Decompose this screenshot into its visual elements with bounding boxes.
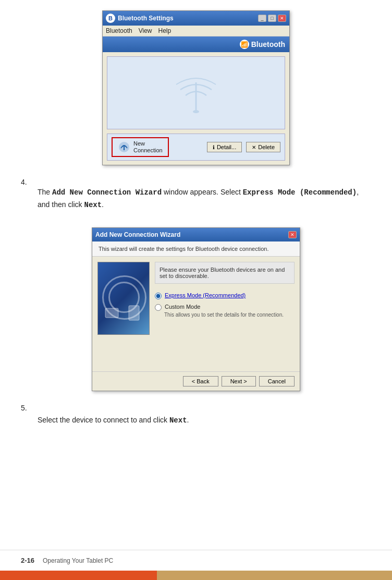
bt-menubar: Bluetooth View Help — [103, 26, 289, 37]
custom-mode-desc: This allows you to set the details for t… — [164, 312, 295, 318]
wizard-image — [97, 262, 150, 335]
new-connection-label: New Connection — [133, 140, 163, 154]
back-button[interactable]: < Back — [183, 376, 218, 386]
step4-bold2: Express Mode (Recommended) — [243, 188, 357, 197]
bt-window-title: Bluetooth Settings — [118, 15, 174, 22]
custom-mode-row: Custom Mode — [155, 304, 295, 311]
page-content: B Bluetooth Settings _ □ ✕ Bluetooth Vie… — [0, 0, 392, 550]
svg-rect-5 — [129, 306, 139, 320]
wizard-footer: < Back Next > Cancel — [92, 371, 300, 391]
wizard-body: Please ensure your Bluetooth devices are… — [92, 257, 300, 371]
step5-text-before: Select the device to connect to and clic… — [38, 416, 169, 424]
step5-text: Select the device to connect to and clic… — [38, 414, 189, 426]
step4-bold3: Next — [84, 201, 102, 209]
step4-text: The Add New Connection Wizard window app… — [38, 186, 371, 211]
step4-number: 4. — [21, 178, 31, 186]
bt-titlebar-controls: _ □ ✕ — [258, 15, 286, 22]
device-icon-svg — [103, 303, 144, 324]
wizard-title: Add New Connection Wizard — [95, 231, 180, 238]
cancel-button[interactable]: Cancel — [259, 376, 295, 386]
page-wrapper: B Bluetooth Settings _ □ ✕ Bluetooth Vie… — [0, 0, 392, 580]
express-mode-option: Express Mode (Recommended) — [155, 292, 295, 299]
svg-point-1 — [193, 110, 199, 113]
footer-bar — [0, 571, 392, 580]
delete-button[interactable]: ✕ Delete — [246, 142, 280, 152]
maximize-button[interactable]: □ — [268, 15, 276, 22]
step4-row: 4. The Add New Connection Wizard window … — [21, 178, 371, 219]
delete-icon: ✕ — [252, 144, 256, 150]
detail-button[interactable]: ℹ Detail... — [207, 142, 242, 152]
bt-brand-icon: 📶 — [240, 40, 249, 49]
menu-view[interactable]: View — [139, 27, 152, 34]
custom-mode-radio[interactable] — [155, 304, 162, 311]
bt-bottom-bar: New Connection ℹ Detail... ✕ Delete — [107, 134, 285, 161]
bt-titlebar: B Bluetooth Settings _ □ ✕ — [103, 11, 289, 26]
new-connection-icon — [118, 141, 130, 153]
wizard-titlebar: Add New Connection Wizard ✕ — [92, 228, 300, 241]
page-footer: 2-16 Operating Your Tablet PC — [0, 550, 392, 571]
wizard-instruction: Please ensure your Bluetooth devices are… — [155, 262, 295, 284]
signal-icon — [175, 67, 217, 119]
bluetooth-settings-window: B Bluetooth Settings _ □ ✕ Bluetooth Vie… — [102, 10, 290, 165]
step4-text-middle1: window appears. Select — [162, 188, 243, 196]
bt-main-area — [107, 56, 285, 129]
menu-help[interactable]: Help — [158, 27, 172, 34]
express-mode-label: Express Mode (Recommended) — [165, 292, 246, 298]
svg-rect-4 — [105, 308, 118, 318]
next-button[interactable]: Next > — [222, 376, 256, 386]
bt-action-buttons: ℹ Detail... ✕ Delete — [207, 142, 280, 152]
bt-toolbar: 📶 Bluetooth — [103, 37, 289, 52]
step5-bold1: Next — [169, 416, 187, 425]
wizard-header-text: This wizard will create the settings for… — [92, 241, 300, 257]
bt-title-icon: B — [106, 14, 115, 23]
wizard-radio-group: Express Mode (Recommended) Custom Mode T… — [155, 292, 295, 318]
footer-area: 2-16 Operating Your Tablet PC — [0, 550, 392, 580]
custom-mode-label: Custom Mode — [165, 304, 200, 310]
minimize-button[interactable]: _ — [258, 15, 266, 22]
step4-text-before: The — [38, 188, 52, 196]
wizard-right: Please ensure your Bluetooth devices are… — [155, 262, 295, 366]
step5-number: 5. — [21, 404, 31, 412]
custom-mode-option: Custom Mode This allows you to set the d… — [155, 304, 295, 318]
screenshot2-container: Add New Connection Wizard ✕ This wizard … — [21, 227, 371, 391]
bt-brand-text: Bluetooth — [251, 40, 285, 49]
step4-text-end: . — [102, 200, 104, 209]
step5-row: 5. Select the device to connect to and c… — [21, 404, 371, 437]
screenshot1-container: B Bluetooth Settings _ □ ✕ Bluetooth Vie… — [21, 10, 371, 165]
step4-bold1: Add New Connection Wizard — [52, 188, 162, 197]
wizard-close-button[interactable]: ✕ — [288, 231, 297, 238]
wizard-device-icons — [98, 303, 149, 324]
step5-text-end: . — [187, 416, 189, 424]
menu-bluetooth[interactable]: Bluetooth — [106, 27, 132, 34]
express-mode-row: Express Mode (Recommended) — [155, 292, 295, 299]
detail-icon: ℹ — [213, 144, 215, 150]
new-connection-button[interactable]: New Connection — [112, 137, 169, 157]
wizard-window: Add New Connection Wizard ✕ This wizard … — [92, 227, 300, 391]
new-connection-icon-svg — [118, 141, 130, 153]
close-button[interactable]: ✕ — [278, 15, 286, 22]
express-mode-radio[interactable] — [155, 293, 162, 299]
bt-titlebar-left: B Bluetooth Settings — [106, 14, 174, 23]
footer-text: Operating Your Tablet PC — [43, 557, 113, 564]
footer-page-num: 2-16 — [21, 557, 34, 564]
bt-brand: 📶 Bluetooth — [240, 40, 285, 49]
